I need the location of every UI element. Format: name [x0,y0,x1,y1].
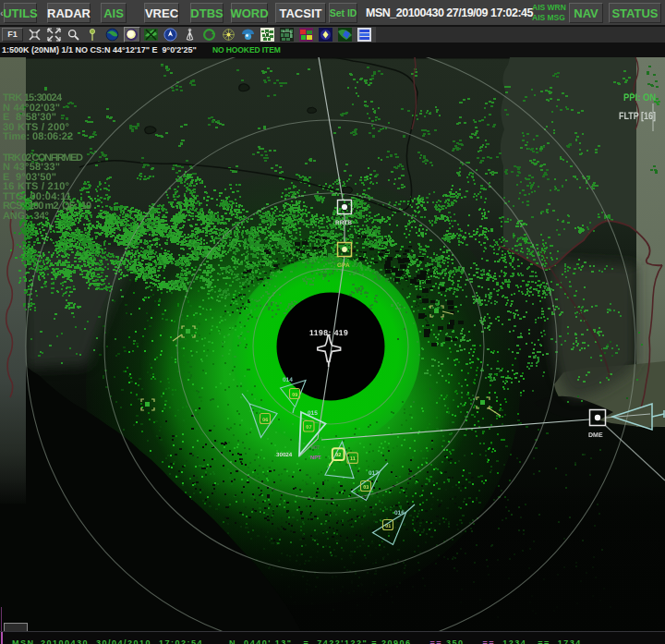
svg-text:07: 07 [306,425,311,431]
svg-text:Time: 08:06:22: Time: 08:06:22 [3,131,73,142]
svg-text:014: 014 [283,377,293,383]
svg-text:RRTB: RRTB [335,220,352,226]
svg-text:02: 02 [335,453,341,458]
svg-text:09: 09 [292,393,297,398]
svg-text:016: 016 [394,510,405,516]
svg-text:PPI: ON: PPI: ON [623,92,656,103]
svg-text:06: 06 [262,418,268,423]
svg-text:03: 03 [363,485,369,491]
svg-text:987: 987 [311,445,320,451]
svg-text:ANG: 34°: ANG: 34° [3,211,49,222]
svg-text:GPA: GPA [337,262,350,269]
svg-text:017: 017 [369,470,379,477]
svg-text:DME: DME [588,432,603,439]
svg-text:NPT: NPT [310,456,321,461]
svg-text:01: 01 [385,524,391,529]
svg-text:30024: 30024 [276,452,293,458]
svg-text:015: 015 [308,410,318,417]
svg-text:11: 11 [350,456,356,462]
svg-text:FLTP [16]: FLTP [16] [619,111,656,122]
